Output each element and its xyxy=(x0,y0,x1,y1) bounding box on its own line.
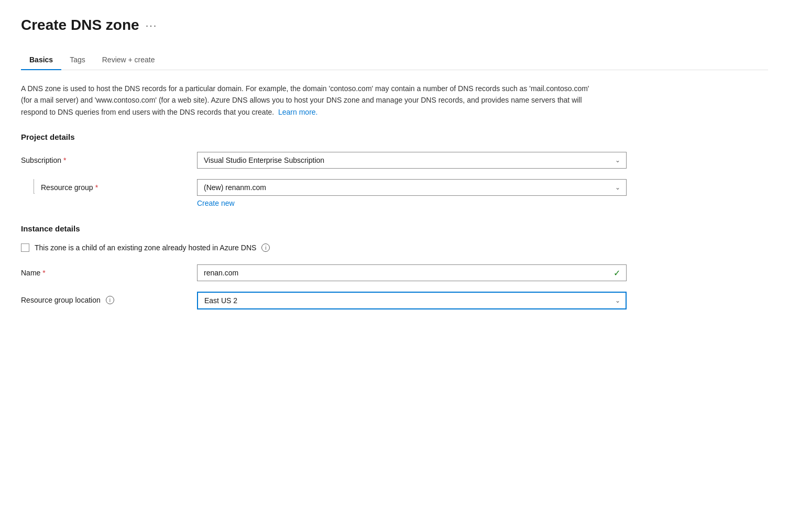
resource-group-label: Resource group * xyxy=(41,183,98,192)
name-control-col: ✓ xyxy=(197,264,627,281)
indent-line xyxy=(34,179,35,194)
resource-group-location-select[interactable]: East US 2 xyxy=(197,292,627,309)
child-zone-label: This zone is a child of an existing zone… xyxy=(35,243,256,252)
subscription-select[interactable]: Visual Studio Enterprise Subscription xyxy=(197,152,627,169)
tab-tags[interactable]: Tags xyxy=(61,50,94,70)
subscription-label-col: Subscription * xyxy=(21,152,189,164)
child-zone-info-icon[interactable]: i xyxy=(261,243,270,252)
child-zone-row: This zone is a child of an existing zone… xyxy=(21,243,768,252)
child-zone-checkbox[interactable] xyxy=(21,243,29,252)
project-details-section: Project details Subscription * Visual St… xyxy=(21,132,768,207)
name-valid-icon: ✓ xyxy=(613,268,620,278)
resource-group-location-label-col: Resource group location i xyxy=(21,292,189,304)
resource-group-select-wrapper: (New) renanm.com ⌄ xyxy=(197,179,627,196)
subscription-label: Subscription * xyxy=(21,156,189,164)
subscription-row: Subscription * Visual Studio Enterprise … xyxy=(21,152,768,169)
name-label-col: Name * xyxy=(21,264,189,277)
subscription-select-wrapper: Visual Studio Enterprise Subscription ⌄ xyxy=(197,152,627,169)
create-new-link[interactable]: Create new xyxy=(197,199,235,207)
tab-basics[interactable]: Basics xyxy=(21,50,61,70)
page-title: Create DNS zone xyxy=(21,17,139,34)
name-row: Name * ✓ xyxy=(21,264,768,281)
resource-group-location-row: Resource group location i East US 2 ⌄ xyxy=(21,292,768,309)
name-input[interactable] xyxy=(197,264,627,281)
name-label: Name * xyxy=(21,269,189,277)
name-input-wrapper: ✓ xyxy=(197,264,627,281)
more-options-button[interactable]: ··· xyxy=(146,19,158,31)
name-required-star: * xyxy=(42,269,45,277)
description-text: A DNS zone is used to host the DNS recor… xyxy=(21,83,597,118)
resource-group-location-control-col: East US 2 ⌄ xyxy=(197,292,627,309)
resource-group-location-label: Resource group location i xyxy=(21,296,189,304)
subscription-required-star: * xyxy=(63,156,66,164)
resource-group-location-select-wrapper: East US 2 ⌄ xyxy=(197,292,627,309)
page-header: Create DNS zone ··· xyxy=(21,17,768,34)
tab-review-create[interactable]: Review + create xyxy=(94,50,163,70)
tab-navigation: Basics Tags Review + create xyxy=(21,50,768,70)
instance-details-title: Instance details xyxy=(21,224,768,233)
resource-group-control-col: (New) renanm.com ⌄ Create new xyxy=(197,179,627,207)
resource-group-select[interactable]: (New) renanm.com xyxy=(197,179,627,196)
instance-details-section: Instance details This zone is a child of… xyxy=(21,224,768,309)
resource-group-row: Resource group * (New) renanm.com ⌄ Crea… xyxy=(21,179,768,207)
resource-group-label-col: Resource group * xyxy=(21,179,189,194)
resource-group-required-star: * xyxy=(95,183,98,192)
learn-more-link[interactable]: Learn more. xyxy=(278,108,317,116)
subscription-control-col: Visual Studio Enterprise Subscription ⌄ xyxy=(197,152,627,169)
resource-group-location-info-icon[interactable]: i xyxy=(106,296,114,304)
project-details-title: Project details xyxy=(21,132,768,141)
